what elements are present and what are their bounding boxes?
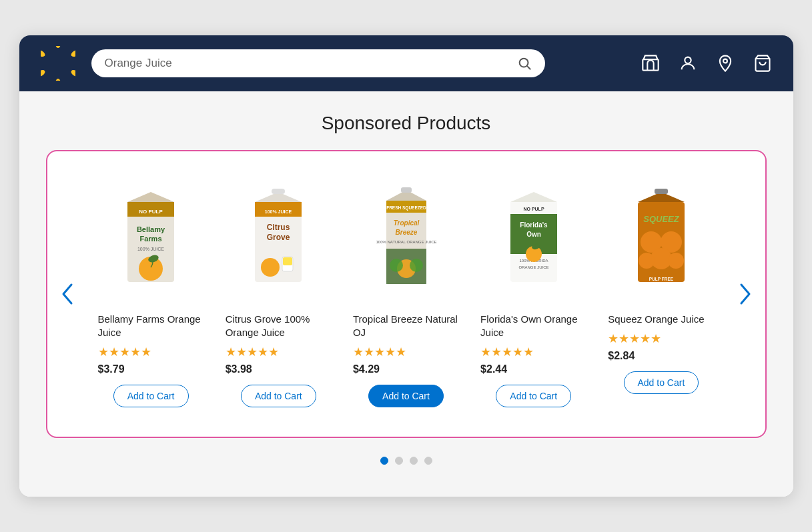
product-card-4: NO PULP Florida's Own 100% FLORIDA ORANG… [470, 167, 597, 421]
svg-text:Breeze: Breeze [395, 229, 417, 236]
svg-text:100% JUICE: 100% JUICE [137, 247, 164, 251]
svg-text:PULP FREE: PULP FREE [649, 277, 674, 281]
add-to-cart-button-4[interactable]: Add to Cart [496, 385, 571, 407]
svg-point-6 [519, 58, 528, 67]
svg-text:Tropical: Tropical [393, 219, 419, 227]
product-rating-5: ★★★★★ [608, 331, 714, 346]
svg-point-5 [41, 49, 46, 58]
product-card-5: SQUEEZ PULP FREE Squeez Orange Juice [597, 167, 725, 421]
svg-text:100% NATURAL ORANGE JUICE: 100% NATURAL ORANGE JUICE [376, 240, 436, 244]
svg-point-4 [41, 69, 46, 78]
svg-point-28 [261, 258, 280, 277]
product-price-5: $2.84 [608, 350, 714, 362]
svg-rect-30 [283, 257, 292, 265]
products-row: NO PULP Bellamy Farms 100% JUICE Bellamy… [87, 167, 725, 421]
product-price-2: $3.98 [226, 363, 332, 375]
carousel-dot-1[interactable] [380, 457, 388, 465]
svg-rect-56 [655, 189, 668, 194]
carousel-dot-2[interactable] [395, 457, 403, 465]
svg-point-42 [410, 259, 423, 272]
product-rating-1: ★★★★★ [98, 345, 204, 359]
svg-text:SQUEEZ: SQUEEZ [643, 214, 680, 224]
product-rating-3: ★★★★★ [353, 345, 459, 359]
product-price-4: $2.44 [480, 363, 586, 375]
product-name-3: Tropical Breeze Natural OJ [353, 313, 459, 340]
svg-point-62 [668, 253, 684, 269]
section-title: Sponsored Products [46, 113, 767, 134]
svg-point-9 [685, 57, 691, 63]
svg-text:Grove: Grove [267, 233, 290, 242]
product-image-citrus: 100% JUICE Citrus Grove [232, 175, 325, 302]
add-to-cart-button-1[interactable]: Add to Cart [113, 385, 189, 407]
header [19, 35, 793, 91]
svg-text:Florida's: Florida's [520, 221, 548, 229]
cart-icon[interactable] [753, 54, 772, 73]
product-image-tropical: FRESH SQUEEZED Tropical Breeze 100% NATU… [360, 175, 453, 302]
location-icon[interactable] [716, 54, 735, 73]
svg-text:100% JUICE: 100% JUICE [265, 209, 292, 214]
product-rating-2: ★★★★★ [226, 345, 332, 359]
carousel-prev-button[interactable] [55, 277, 79, 311]
carousel-dot-4[interactable] [424, 457, 432, 465]
search-button[interactable] [517, 56, 532, 71]
search-input[interactable] [105, 57, 510, 70]
svg-point-0 [55, 46, 61, 48]
product-name-4: Florida's Own Orange Juice [480, 313, 586, 340]
product-card-2: 100% JUICE Citrus Grove Citrus Grove 100… [215, 167, 342, 421]
carousel-dot-3[interactable] [410, 457, 418, 465]
svg-rect-33 [401, 187, 412, 193]
product-image-florida: NO PULP Florida's Own 100% FLORIDA ORANG… [487, 175, 580, 302]
product-image-squeez: SQUEEZ PULP FREE [615, 175, 708, 302]
svg-marker-13 [127, 192, 174, 202]
carousel-wrapper: NO PULP Bellamy Farms 100% JUICE Bellamy… [46, 150, 767, 439]
svg-point-2 [69, 69, 75, 78]
main-content: Sponsored Products [19, 91, 793, 497]
svg-text:FRESH SQUEEZED: FRESH SQUEEZED [386, 205, 426, 211]
search-bar[interactable] [91, 49, 545, 77]
account-icon[interactable] [679, 54, 697, 73]
browser-window: Sponsored Products [19, 35, 793, 497]
header-icons [641, 54, 772, 73]
store-icon[interactable] [641, 54, 660, 73]
add-to-cart-button-2[interactable]: Add to Cart [241, 385, 316, 407]
svg-text:Citrus: Citrus [267, 223, 290, 232]
product-price-1: $3.79 [98, 363, 204, 375]
product-card-1: NO PULP Bellamy Farms 100% JUICE Bellamy… [87, 167, 215, 421]
product-name-1: Bellamy Farms Orange Juice [98, 313, 204, 340]
svg-text:Farms: Farms [140, 235, 162, 243]
product-image-bellamy: NO PULP Bellamy Farms 100% JUICE [104, 175, 197, 302]
product-card-3: FRESH SQUEEZED Tropical Breeze 100% NATU… [342, 167, 470, 421]
svg-text:Own: Own [526, 231, 541, 238]
svg-text:Bellamy: Bellamy [137, 225, 165, 233]
svg-point-1 [69, 49, 75, 58]
svg-rect-23 [272, 189, 285, 194]
svg-rect-8 [643, 59, 658, 70]
svg-text:NO PULP: NO PULP [139, 209, 163, 215]
add-to-cart-button-5[interactable]: Add to Cart [624, 371, 699, 394]
svg-text:ORANGE JUICE: ORANGE JUICE [518, 265, 548, 269]
svg-marker-44 [510, 192, 557, 202]
product-name-5: Squeez Orange Juice [608, 313, 714, 326]
walmart-logo[interactable] [41, 46, 75, 81]
carousel-next-button[interactable] [733, 277, 757, 311]
svg-text:NO PULP: NO PULP [523, 207, 544, 211]
svg-point-3 [55, 79, 61, 81]
product-rating-4: ★★★★★ [480, 345, 586, 359]
svg-point-61 [639, 253, 655, 269]
product-name-2: Citrus Grove 100% Orange Juice [226, 313, 332, 340]
product-price-3: $4.29 [353, 363, 459, 375]
svg-line-7 [527, 66, 530, 69]
carousel-dots [46, 457, 767, 465]
add-to-cart-button-3[interactable]: Add to Cart [368, 385, 444, 407]
svg-point-10 [723, 59, 727, 63]
svg-point-41 [390, 259, 403, 272]
